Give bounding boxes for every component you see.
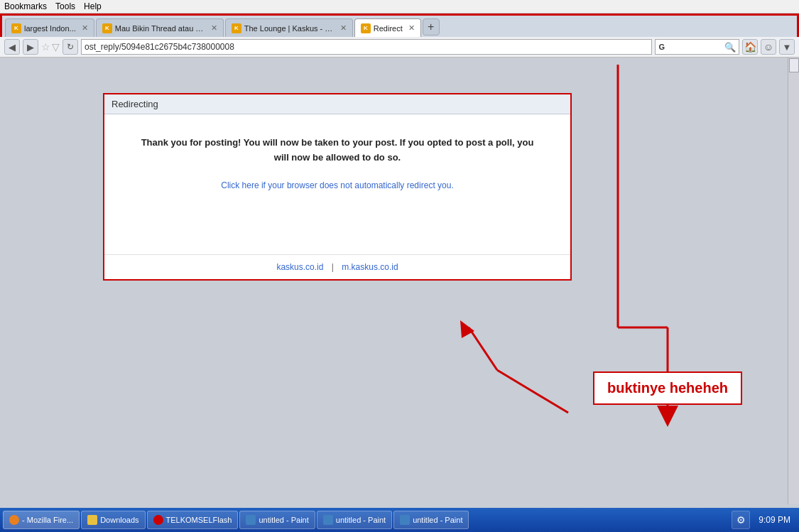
downloads-label: Downloads [100,516,138,524]
taskbar-item-downloads[interactable]: Downloads [81,511,145,529]
tab-close-2[interactable]: ✕ [211,23,217,33]
proof-box: buktinye heheheh [593,371,742,405]
home-button[interactable]: 🏠 [742,39,758,55]
tab-favicon-2: K [102,23,112,33]
address-input[interactable] [81,39,652,55]
search-button[interactable]: 🔍 [724,42,736,53]
tab-close-4[interactable]: ✕ [408,23,415,33]
page-content: Redirecting Thank you for posting! You w… [0,58,799,504]
paint1-label: untitled - Paint [259,516,308,524]
scrollbar[interactable] [788,58,799,504]
svg-marker-3 [657,406,678,427]
tab-bar: K largest Indon... ✕ K Mau Bikin Thread … [0,13,799,37]
tab-1[interactable]: K largest Indon... ✕ [5,18,94,37]
redirect-link[interactable]: Click here if your browser does not auto… [221,180,453,190]
redirect-body: Thank you for posting! You will now be t… [104,114,570,212]
tab-label-2: Mau Bikin Thread atau Posting di The Lou… [115,24,205,33]
tab-2[interactable]: K Mau Bikin Thread atau Posting di The L… [96,18,224,37]
redirect-box: Redirecting Thank you for posting! You w… [103,93,572,281]
bookmark-icon[interactable]: ▽ [52,41,60,53]
refresh-button[interactable]: ↻ [62,39,78,55]
taskbar-time: 9:09 PM [753,515,796,525]
tab-3[interactable]: K The Lounge | Kaskus - The Largest Indo… [225,18,353,37]
star-area: ☆ ▽ [41,41,60,53]
svg-line-5 [469,327,497,370]
redirect-message: Thank you for posting! You will now be t… [133,136,542,165]
taskbar-item-paint3[interactable]: untitled - Paint [393,511,469,529]
search-input[interactable] [666,42,723,52]
tab-favicon-1: K [11,23,21,33]
menu-bookmarks[interactable]: Bookmarks [4,1,47,11]
taskbar-item-telkomsel[interactable]: TELKOMSELFlash [147,511,239,529]
menu-help[interactable]: Help [84,1,102,11]
kaskus-link[interactable]: kaskus.co.id [276,262,323,272]
forward-button[interactable]: ▶ [23,39,38,55]
redirect-header: Redirecting [104,94,570,114]
tab-label-1: largest Indon... [24,24,76,33]
menu-tools[interactable]: Tools [55,1,75,11]
new-tab-button[interactable]: + [423,18,440,36]
taskbar-item-paint1[interactable]: untitled - Paint [239,511,315,529]
tab-close-1[interactable]: ✕ [82,23,88,33]
tab-close-3[interactable]: ✕ [340,23,347,33]
back-button[interactable]: ◀ [4,39,20,55]
paint-icon-3 [400,515,410,525]
taskbar-item-paint2[interactable]: untitled - Paint [317,511,392,529]
tab-favicon-4: K [361,23,371,33]
search-area: G 🔍 [655,39,739,55]
firefox-label: - Mozilla Fire... [22,516,73,524]
telkomsel-label: TELKOMSELFlash [166,516,232,524]
menu-bar: Bookmarks Tools Help [0,0,799,13]
scrollbar-thumb[interactable] [789,58,799,72]
redirect-footer: kaskus.co.id | m.kaskus.co.id [104,254,570,279]
telkomsel-icon [153,515,163,525]
tab-label-4: Redirect [374,24,403,33]
tab-favicon-3: K [232,23,241,33]
star-icon[interactable]: ☆ [41,41,50,53]
notification-icon[interactable]: ⚙ [732,511,750,529]
taskbar-notification-area: ⚙ 9:09 PM [732,511,796,529]
taskbar-item-firefox[interactable]: - Mozilla Fire... [3,511,80,529]
folder-icon [87,515,97,525]
svg-marker-6 [460,320,474,338]
paint-icon-2 [323,515,333,525]
tab-label-3: The Lounge | Kaskus - The Largest Indon.… [244,24,335,33]
google-icon: G [658,43,665,51]
paint3-label: untitled - Paint [413,516,462,524]
paint2-label: untitled - Paint [336,516,386,524]
paint-icon-1 [246,515,256,525]
mkaskus-link[interactable]: m.kaskus.co.id [342,262,398,272]
smiley-button[interactable]: ☺ [761,39,776,55]
menu-button[interactable]: ▼ [779,39,795,55]
taskbar: - Mozilla Fire... Downloads TELKOMSELFla… [0,508,799,532]
browser-chrome: Bookmarks Tools Help K largest Indon... … [0,0,799,58]
footer-separator: | [332,262,334,272]
address-bar: ◀ ▶ ☆ ▽ ↻ G 🔍 🏠 ☺ ▼ [0,37,799,58]
tab-4[interactable]: K Redirect ✕ [354,18,421,37]
firefox-icon [9,515,19,525]
browser-window: Bookmarks Tools Help K largest Indon... … [0,0,799,532]
svg-line-4 [497,370,568,413]
